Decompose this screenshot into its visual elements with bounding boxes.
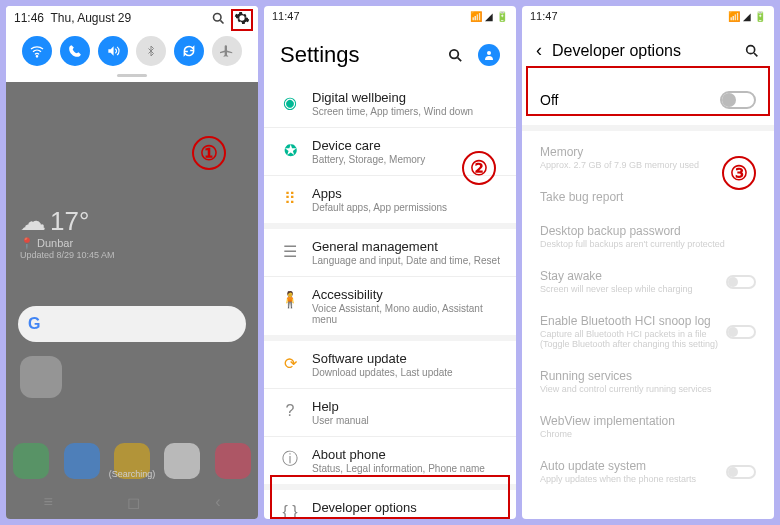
search-icon[interactable] [447, 47, 464, 64]
dev-item-auto-update[interactable]: Auto update systemApply updates when the… [522, 449, 774, 494]
bt-snoop-toggle[interactable] [726, 325, 756, 339]
dev-item-backup-password[interactable]: Desktop backup passwordDesktop full back… [522, 214, 774, 259]
cloud-icon: ☁ [20, 206, 46, 237]
svg-point-5 [487, 51, 491, 55]
settings-item-accessibility[interactable]: 🧍 AccessibilityVoice Assistant, Mono aud… [264, 276, 516, 335]
svg-line-4 [458, 57, 462, 61]
qs-bluetooth[interactable] [136, 36, 166, 66]
settings-item-update[interactable]: ⟳ Software updateDownload updates, Last … [264, 341, 516, 388]
svg-point-2 [36, 56, 37, 57]
qs-airplane[interactable] [212, 36, 242, 66]
drag-handle[interactable] [117, 74, 147, 77]
search-icon[interactable] [744, 43, 760, 59]
about-icon: ⓘ [280, 449, 300, 469]
qs-wifi[interactable] [22, 36, 52, 66]
svg-line-1 [220, 20, 223, 23]
settings-item-wellbeing[interactable]: ◉ Digital wellbeingScreen time, App time… [264, 80, 516, 127]
svg-point-0 [214, 13, 222, 21]
dev-item-running-services[interactable]: Running servicesView and control current… [522, 359, 774, 404]
step-badge-1: ① [192, 136, 226, 170]
dev-item-bt-snoop[interactable]: Enable Bluetooth HCI snoop logCapture al… [522, 304, 774, 359]
google-search-bar[interactable]: G [18, 306, 246, 342]
nav-bar: ≡ ◻ ‹ [6, 485, 258, 519]
status-time: 11:47 [530, 10, 558, 22]
device-care-icon: ✪ [280, 140, 300, 160]
accessibility-icon: 🧍 [280, 289, 300, 309]
qs-sync[interactable] [174, 36, 204, 66]
step-badge-2: ② [462, 151, 496, 185]
dev-item-webview[interactable]: WebView implementationChrome [522, 404, 774, 449]
apps-icon: ⠿ [280, 188, 300, 208]
status-time-date: 11:46 Thu, August 29 [14, 11, 131, 25]
profile-avatar[interactable] [478, 44, 500, 66]
weather-widget[interactable]: ☁17° 📍 Dunbar Updated 8/29 10:45 AM [20, 206, 115, 260]
settings-item-help[interactable]: ? HelpUser manual [264, 388, 516, 436]
settings-item-general[interactable]: ☰ General managementLanguage and input, … [264, 229, 516, 276]
wellbeing-icon: ◉ [280, 92, 300, 112]
status-time: 11:47 [272, 10, 300, 22]
dev-item-stay-awake[interactable]: Stay awakeScreen will never sleep while … [522, 259, 774, 304]
nav-home-icon[interactable]: ◻ [127, 493, 140, 512]
svg-point-6 [747, 45, 755, 53]
general-icon: ☰ [280, 241, 300, 261]
svg-point-3 [450, 49, 459, 58]
searching-label: (Searching) [6, 469, 258, 479]
phone-panel-2: 11:47 📶 ◢ 🔋 Settings ◉ Digital wellbeing… [264, 6, 516, 519]
app-folder[interactable] [20, 356, 62, 398]
page-title: Developer options [552, 42, 734, 60]
auto-update-toggle[interactable] [726, 465, 756, 479]
stay-awake-toggle[interactable] [726, 275, 756, 289]
nav-recent-icon[interactable]: ≡ [43, 493, 52, 511]
highlight-master-toggle [526, 66, 770, 116]
back-icon[interactable]: ‹ [536, 40, 542, 61]
search-icon[interactable] [211, 11, 226, 26]
nav-back-icon[interactable]: ‹ [215, 493, 220, 511]
qs-call[interactable] [60, 36, 90, 66]
quick-settings-row [14, 26, 250, 72]
status-icons: 📶 ◢ 🔋 [728, 11, 766, 22]
help-icon: ? [280, 401, 300, 421]
qs-volume[interactable] [98, 36, 128, 66]
svg-line-7 [754, 53, 757, 56]
step-badge-3: ③ [722, 156, 756, 190]
google-g-icon: G [28, 315, 40, 333]
phone-panel-3: 11:47 📶 ◢ 🔋 ‹ Developer options Off Memo… [522, 6, 774, 519]
status-icons: 📶 ◢ 🔋 [470, 11, 508, 22]
settings-list: ◉ Digital wellbeingScreen time, App time… [264, 80, 516, 519]
update-icon: ⟳ [280, 353, 300, 373]
phone-panel-1: 11:46 Thu, August 29 ☁17° 📍 Dunbar Updat… [6, 6, 258, 519]
highlight-settings-gear [231, 9, 253, 31]
highlight-developer-options [270, 475, 510, 519]
page-title: Settings [280, 42, 360, 68]
